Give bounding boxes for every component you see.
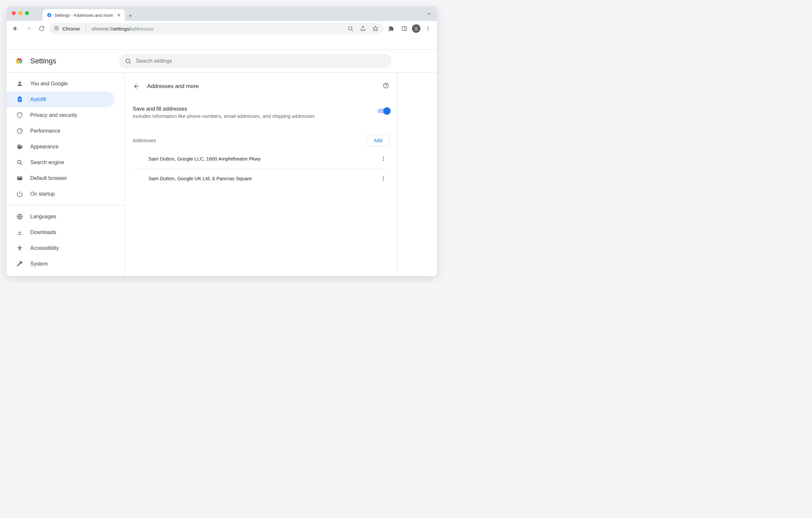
svg-point-33 bbox=[383, 180, 384, 181]
reload-button[interactable] bbox=[36, 23, 47, 34]
sidebar-item-accessibility[interactable]: Accessibility bbox=[6, 240, 115, 256]
palette-icon bbox=[17, 144, 23, 150]
back-button[interactable] bbox=[133, 82, 141, 90]
person-icon bbox=[17, 81, 23, 87]
window-controls bbox=[12, 11, 29, 15]
chrome-logo-icon bbox=[15, 57, 24, 65]
settings-sidebar: You and Google Autofill Privacy and secu… bbox=[6, 72, 125, 276]
gear-icon bbox=[47, 12, 52, 18]
browser-toolbar: Chrome | chrome://settings/addresses S bbox=[6, 21, 437, 36]
titlebar: Settings - Addresses and more ✕ ＋ bbox=[6, 6, 437, 21]
clipboard-icon bbox=[17, 96, 23, 103]
sidepanel-icon[interactable] bbox=[399, 23, 410, 34]
wrench-icon bbox=[17, 261, 23, 267]
sidebar-item-default-browser[interactable]: Default browser bbox=[6, 171, 115, 186]
browser-tab[interactable]: Settings - Addresses and more ✕ bbox=[43, 9, 125, 21]
address-row-more-button[interactable] bbox=[377, 153, 389, 164]
accessibility-icon bbox=[17, 245, 23, 251]
svg-point-13 bbox=[428, 30, 429, 31]
search-icon bbox=[17, 159, 23, 166]
svg-point-29 bbox=[383, 158, 384, 159]
svg-point-31 bbox=[383, 176, 384, 177]
add-address-button[interactable]: Add bbox=[367, 134, 389, 146]
sidebar-item-you-and-google[interactable]: You and Google bbox=[6, 76, 115, 92]
svg-point-20 bbox=[18, 160, 21, 163]
settings-main: Addresses and more Save and fill address… bbox=[125, 72, 398, 276]
close-tab-button[interactable]: ✕ bbox=[117, 12, 121, 18]
help-button[interactable] bbox=[383, 82, 389, 90]
sidebar-item-privacy-security[interactable]: Privacy and security bbox=[6, 108, 115, 123]
url-path1: settings/ bbox=[112, 26, 131, 32]
svg-point-32 bbox=[383, 178, 384, 179]
minimize-window-button[interactable] bbox=[19, 11, 22, 15]
svg-line-6 bbox=[351, 30, 352, 31]
browser-window: Settings - Addresses and more ✕ ＋ Chrome… bbox=[6, 6, 437, 276]
extensions-icon[interactable] bbox=[386, 23, 397, 34]
address-text: Sam Dutton, Google UK Ltd, 6 Pancras Squ… bbox=[148, 176, 252, 181]
svg-point-27 bbox=[386, 87, 386, 87]
download-icon bbox=[17, 229, 23, 236]
sidebar-item-downloads[interactable]: Downloads bbox=[6, 224, 115, 240]
tab-title: Settings - Addresses and more bbox=[55, 13, 113, 18]
addresses-section-header: Addresses Add bbox=[133, 134, 389, 146]
addresses-label: Addresses bbox=[133, 138, 156, 143]
fullscreen-window-button[interactable] bbox=[25, 11, 29, 15]
svg-line-21 bbox=[20, 163, 22, 165]
nav-back-button[interactable] bbox=[10, 23, 21, 34]
speedometer-icon bbox=[17, 128, 23, 134]
browser-menu-button[interactable] bbox=[423, 23, 434, 34]
svg-point-28 bbox=[383, 156, 384, 157]
new-tab-button[interactable]: ＋ bbox=[125, 10, 136, 21]
settings-header: Settings bbox=[6, 50, 437, 72]
search-settings-field[interactable] bbox=[136, 58, 386, 64]
address-list: Sam Dutton, Google LLC, 1600 Amphitheatr… bbox=[133, 149, 389, 188]
svg-point-30 bbox=[383, 160, 384, 161]
sidebar-item-system[interactable]: System bbox=[6, 256, 115, 272]
close-window-button[interactable] bbox=[12, 11, 16, 15]
address-text: Sam Dutton, Google LLC, 1600 Amphitheatr… bbox=[148, 156, 261, 161]
save-fill-toggle-row: Save and fill addresses Includes informa… bbox=[133, 106, 389, 119]
search-settings-input[interactable] bbox=[119, 54, 392, 68]
url-scheme: chrome:// bbox=[92, 26, 112, 32]
site-info-icon[interactable] bbox=[54, 26, 59, 32]
address-row[interactable]: Sam Dutton, Google LLC, 1600 Amphitheatr… bbox=[133, 149, 389, 169]
svg-point-17 bbox=[126, 59, 130, 63]
sidebar-item-search-engine[interactable]: Search engine bbox=[6, 155, 115, 171]
url-path2: addresses bbox=[131, 26, 153, 32]
svg-rect-9 bbox=[402, 27, 407, 31]
sidebar-item-performance[interactable]: Performance bbox=[6, 123, 115, 139]
sidebar-item-autofill[interactable]: Autofill bbox=[6, 92, 115, 108]
address-row[interactable]: Sam Dutton, Google UK Ltd, 6 Pancras Squ… bbox=[133, 169, 389, 188]
page-title: Addresses and more bbox=[147, 83, 376, 90]
svg-line-18 bbox=[129, 62, 130, 63]
tabs-dropdown-button[interactable] bbox=[426, 11, 432, 18]
zoom-icon[interactable] bbox=[345, 23, 356, 34]
toggle-title: Save and fill addresses bbox=[133, 106, 315, 112]
save-fill-toggle[interactable] bbox=[377, 109, 389, 113]
power-icon bbox=[17, 191, 23, 197]
url-prefix: Chrome bbox=[62, 26, 80, 32]
address-row-more-button[interactable] bbox=[377, 173, 389, 184]
nav-forward-button[interactable] bbox=[23, 23, 34, 34]
page-header: Addresses and more bbox=[133, 79, 389, 94]
svg-point-24 bbox=[19, 246, 20, 246]
settings-app: Settings You and Google Autofill bbox=[6, 49, 437, 276]
sidebar-item-on-startup[interactable]: On startup bbox=[6, 186, 115, 202]
svg-point-11 bbox=[428, 26, 429, 27]
profile-avatar[interactable]: S bbox=[412, 24, 420, 33]
shield-icon bbox=[17, 112, 23, 119]
globe-icon bbox=[17, 213, 23, 220]
browser-icon bbox=[17, 175, 23, 182]
svg-marker-8 bbox=[373, 26, 378, 31]
omnibox[interactable]: Chrome | chrome://settings/addresses bbox=[49, 23, 384, 34]
svg-point-12 bbox=[428, 28, 429, 29]
svg-point-5 bbox=[349, 27, 352, 30]
search-icon bbox=[125, 58, 132, 64]
share-icon[interactable] bbox=[357, 23, 369, 34]
bookmark-icon[interactable] bbox=[370, 23, 381, 34]
sidebar-item-languages[interactable]: Languages bbox=[6, 209, 115, 224]
sidebar-item-appearance[interactable]: Appearance bbox=[6, 139, 115, 155]
settings-title: Settings bbox=[30, 57, 57, 65]
toggle-subtitle: Includes information like phone numbers,… bbox=[133, 113, 315, 119]
sidebar-divider bbox=[6, 205, 124, 206]
